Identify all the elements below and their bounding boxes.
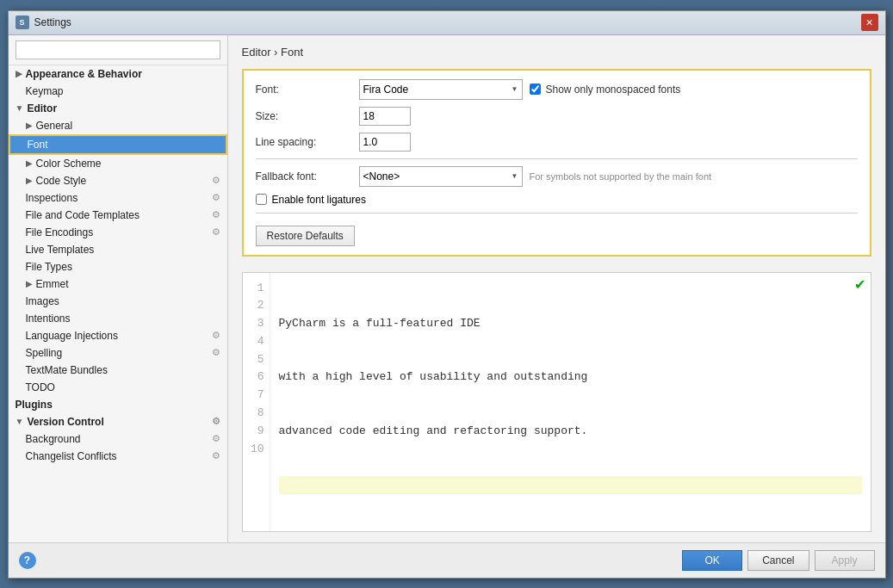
sidebar-item-label: General xyxy=(36,120,73,132)
arrow-icon: ▶ xyxy=(26,121,33,130)
sidebar-item-todo[interactable]: TODO xyxy=(9,379,227,396)
sidebar-item-editor[interactable]: ▼ Editor xyxy=(9,100,227,117)
sidebar-item-color-scheme[interactable]: ▶ Color Scheme xyxy=(9,155,227,172)
sidebar-item-spelling[interactable]: Spelling ⚙ xyxy=(9,344,227,362)
sidebar-item-live-templates[interactable]: Live Templates xyxy=(9,241,227,258)
sidebar-item-appearance-behavior[interactable]: ▶ Appearance & Behavior xyxy=(9,65,227,83)
sidebar-item-inspections[interactable]: Inspections ⚙ xyxy=(9,189,227,207)
sidebar-item-font[interactable]: Font xyxy=(9,134,227,155)
arrow-icon: ▶ xyxy=(26,158,33,168)
sidebar-item-version-control[interactable]: ▼ Version Control ⚙ xyxy=(9,413,227,430)
sidebar-item-label: Spelling xyxy=(26,347,63,359)
sidebar-item-language-injections[interactable]: Language Injections ⚙ xyxy=(9,327,227,344)
fallback-select-wrapper: <None> xyxy=(359,166,523,187)
sidebar-item-images[interactable]: Images xyxy=(9,293,227,310)
ligatures-row: Enable font ligatures xyxy=(256,194,858,206)
preview-line: advanced code editing and refactoring su… xyxy=(279,423,862,441)
sidebar-item-label: Live Templates xyxy=(26,244,95,256)
search-input[interactable] xyxy=(16,40,220,59)
line-spacing-label: Line spacing: xyxy=(256,136,359,148)
sidebar-item-label: Background xyxy=(26,433,81,445)
ok-button[interactable]: OK xyxy=(682,550,742,571)
sidebar-item-code-style[interactable]: ▶ Code Style ⚙ xyxy=(9,172,227,189)
content-area: ▶ Appearance & Behavior Keymap ▼ Editor … xyxy=(9,35,885,542)
line-number: 8 xyxy=(248,405,264,423)
enable-ligatures-label[interactable]: Enable font ligatures xyxy=(272,194,366,206)
size-input[interactable]: 18 xyxy=(359,107,411,126)
line-number: 3 xyxy=(248,315,264,333)
sidebar-item-label: Appearance & Behavior xyxy=(26,68,142,80)
line-number: 9 xyxy=(248,423,264,441)
search-bar xyxy=(9,35,227,65)
apply-button[interactable]: Apply xyxy=(815,550,875,571)
main-panel: Editor › Font Font: Fira Code Sh xyxy=(228,35,885,542)
font-select[interactable]: Fira Code xyxy=(359,79,523,100)
font-settings-section: Font: Fira Code Show only monospaced fon… xyxy=(242,69,871,257)
show-monospaced-label[interactable]: Show only monospaced fonts xyxy=(546,84,681,96)
sidebar-item-file-code-templates[interactable]: File and Code Templates ⚙ xyxy=(9,207,227,224)
divider xyxy=(256,158,858,159)
sidebar: ▶ Appearance & Behavior Keymap ▼ Editor … xyxy=(9,35,228,542)
font-select-wrapper: Fira Code xyxy=(359,79,523,100)
sidebar-item-keymap[interactable]: Keymap xyxy=(9,83,227,100)
sidebar-item-background[interactable]: Background ⚙ xyxy=(9,430,227,448)
show-monospaced-checkbox[interactable] xyxy=(530,84,541,95)
arrow-icon: ▶ xyxy=(26,176,33,185)
bottom-bar: ? OK Cancel Apply xyxy=(9,542,885,578)
arrow-icon: ▶ xyxy=(26,279,33,288)
fallback-label: Fallback font: xyxy=(256,170,359,183)
gear-icon: ⚙ xyxy=(212,226,220,238)
sidebar-item-label: Keymap xyxy=(26,85,64,97)
sidebar-item-label: Plugins xyxy=(16,399,53,411)
preview-line: PyCharm is a full-featured IDE xyxy=(279,315,862,333)
sidebar-item-label: File Types xyxy=(26,261,72,273)
fallback-hint: For symbols not supported by the main fo… xyxy=(530,171,712,182)
gear-icon: ⚙ xyxy=(212,433,220,444)
gear-icon: ⚙ xyxy=(212,450,220,461)
sidebar-item-label: TODO xyxy=(26,381,55,393)
title-bar: S Settings ✕ xyxy=(9,11,885,35)
app-icon: S xyxy=(16,15,29,29)
line-number: 1 xyxy=(248,280,264,298)
sidebar-item-general[interactable]: ▶ General xyxy=(9,117,227,134)
sidebar-item-label: TextMate Bundles xyxy=(26,364,108,376)
size-label: Size: xyxy=(256,110,359,122)
preview-check-icon: ✔ xyxy=(854,276,865,293)
restore-defaults-button[interactable]: Restore Defaults xyxy=(256,226,355,246)
font-row: Font: Fira Code Show only monospaced fon… xyxy=(256,79,858,100)
line-spacing-input[interactable]: 1.0 xyxy=(359,133,411,152)
help-button[interactable]: ? xyxy=(19,552,36,569)
sidebar-item-label: Images xyxy=(26,295,59,307)
line-number: 7 xyxy=(248,387,264,405)
sidebar-item-emmet[interactable]: ▶ Emmet xyxy=(9,275,227,293)
sidebar-item-changelist-conflicts[interactable]: Changelist Conflicts ⚙ xyxy=(9,448,227,465)
gear-icon: ⚙ xyxy=(212,416,220,427)
gear-icon: ⚙ xyxy=(212,347,220,358)
sidebar-item-textmate-bundles[interactable]: TextMate Bundles xyxy=(9,362,227,379)
size-row: Size: 18 xyxy=(256,107,858,126)
gear-icon: ⚙ xyxy=(212,175,220,186)
cancel-button[interactable]: Cancel xyxy=(747,550,809,571)
breadcrumb: Editor › Font xyxy=(242,46,871,59)
window-title: Settings xyxy=(34,16,861,28)
sidebar-item-label: Color Scheme xyxy=(36,158,102,170)
sidebar-item-label: File and Code Templates xyxy=(26,209,140,221)
sidebar-item-intentions[interactable]: Intentions xyxy=(9,310,227,327)
gear-icon: ⚙ xyxy=(212,330,220,341)
preview-line: abcdefghijklmnopqrstuvwxyz 0123456789 ()… xyxy=(279,530,862,532)
close-button[interactable]: ✕ xyxy=(861,14,878,31)
fallback-select[interactable]: <None> xyxy=(359,166,523,187)
fallback-font-row: Fallback font: <None> For symbols not su… xyxy=(256,166,858,187)
line-spacing-row: Line spacing: 1.0 xyxy=(256,133,858,152)
sidebar-item-plugins[interactable]: Plugins xyxy=(9,396,227,413)
divider2 xyxy=(256,213,858,214)
sidebar-item-file-types[interactable]: File Types xyxy=(9,258,227,275)
arrow-icon: ▼ xyxy=(16,103,24,113)
sidebar-item-file-encodings[interactable]: File Encodings ⚙ xyxy=(9,224,227,241)
enable-ligatures-checkbox[interactable] xyxy=(256,194,267,205)
settings-window: S Settings ✕ ▶ Appearance & Behavior Key… xyxy=(8,10,886,579)
sidebar-item-label: Editor xyxy=(27,102,57,115)
sidebar-item-label: Version Control xyxy=(27,416,103,428)
line-number: 4 xyxy=(248,333,264,351)
arrow-icon: ▼ xyxy=(16,417,24,426)
